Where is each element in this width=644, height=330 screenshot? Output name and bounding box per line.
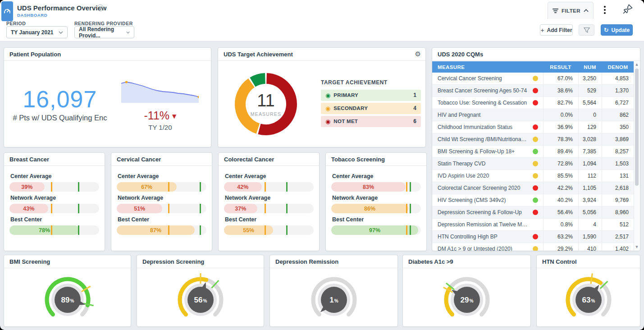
app-logo[interactable] bbox=[1, 1, 13, 21]
table-row-bmi-screening-follow-up-18[interactable]: BMI Screening & Follow-Up 18+89.4%7,3858… bbox=[432, 146, 634, 158]
provider-select[interactable]: All Rendering Provid... bbox=[74, 26, 134, 38]
funnel-icon bbox=[583, 27, 590, 33]
gauge-chart: 56% bbox=[162, 271, 239, 324]
page-title: UDS Performance Overview bbox=[17, 4, 106, 12]
bullet-label-best-center: Best Center bbox=[118, 216, 206, 223]
table-row-childhood-immunization-status[interactable]: Childhood Immunization Status36.9%129350 bbox=[432, 121, 634, 133]
gauge-chart: 29% bbox=[429, 271, 505, 324]
table-row-colorectal-cancer-screening-2020[interactable]: Colorectal Cancer Screening 202042.2%1,1… bbox=[432, 182, 634, 194]
panel-title: Patient Population bbox=[4, 48, 211, 61]
cell-status bbox=[528, 124, 543, 130]
cell-result: 82.7% bbox=[543, 97, 578, 109]
table-row-tobacco-use-screening-cessation[interactable]: Tobacco Use: Screening & Cessation82.7%5… bbox=[432, 97, 634, 109]
bullet-threshold-tick-orange bbox=[51, 204, 52, 213]
cell-measure: HIV and Pregnant bbox=[432, 112, 528, 118]
table-row-statin-therapy-cvd[interactable]: Statin Therapy CVD72.8%1,0941,503 bbox=[432, 158, 634, 170]
cell-status bbox=[528, 246, 543, 251]
legend-item-secondary: ◉SECONDARY4 bbox=[321, 103, 421, 114]
panel-title: UDS 2020 CQMs bbox=[432, 48, 640, 61]
cell-num: 3,028 bbox=[578, 133, 602, 145]
status-dot-red bbox=[533, 234, 538, 239]
bullet-label-network-average: Network Average bbox=[118, 195, 206, 201]
cell-measure: Statin Therapy CVD bbox=[432, 160, 528, 167]
scrollbar-thumb[interactable] bbox=[635, 69, 639, 186]
table-row-ivd-aspirin-use-2020[interactable]: IVD Aspirin Use 202085.5%112131 bbox=[432, 170, 634, 182]
measures-donut-chart: 11 MEASURES bbox=[230, 68, 302, 140]
cell-num: 4 bbox=[578, 219, 602, 230]
cell-num: 1,105 bbox=[578, 182, 602, 194]
legend-item-count: 4 bbox=[413, 105, 416, 111]
table-row-breast-cancer-screening-ages-50-74[interactable]: Breast Cancer Screening Ages 50-7438.6%5… bbox=[432, 85, 634, 97]
legend-item-label: NOT MET bbox=[333, 119, 358, 124]
scroll-up-icon[interactable]: ▲ bbox=[634, 63, 639, 66]
panel-title: Tobacco Screening bbox=[326, 153, 426, 166]
filter-toggle-button[interactable]: FILTER bbox=[548, 2, 594, 19]
status-dot-green bbox=[533, 149, 538, 154]
status-dot-red bbox=[533, 210, 538, 215]
info-icon[interactable]: i bbox=[97, 5, 104, 11]
table-row-child-wt-screening-bmi-nutritional-physical[interactable]: Child Wt Screening /BMI/Nutritional/Phys… bbox=[432, 133, 634, 146]
table-row-depression-remission-at-twelve-months[interactable]: Depression Remission at Twelve Months0.8… bbox=[432, 219, 634, 231]
cell-measure: Child Wt Screening /BMI/Nutritional/Phys… bbox=[432, 136, 528, 142]
panel-depression-screening: Depression Screening56% bbox=[137, 255, 264, 327]
update-button[interactable]: ↻ Update bbox=[601, 24, 633, 36]
cell-num: 0 bbox=[578, 109, 602, 121]
bullet-track: 97% bbox=[331, 225, 421, 235]
pin-button[interactable] bbox=[622, 4, 634, 15]
bullet-track: 39% bbox=[9, 182, 99, 192]
table-row-hiv-and-pregnant[interactable]: HIV and Pregnant0.0%0862 bbox=[432, 109, 634, 121]
add-filter-button[interactable]: + Add Filter bbox=[540, 24, 573, 36]
funnel-filter-button[interactable] bbox=[579, 24, 594, 36]
panel-diabetes-a1c-9: Diabetes A1c >929% bbox=[402, 255, 531, 327]
gauge-htn-control: 63% bbox=[537, 268, 640, 324]
period-select[interactable]: TY January 2021 bbox=[6, 26, 68, 38]
panel-title: BMI Screening bbox=[4, 255, 131, 268]
plus-icon: + bbox=[540, 27, 544, 34]
status-dot-red bbox=[533, 124, 538, 130]
table-row-depression-screening-follow-up[interactable]: Depression Screening & Follow-Up56.4%5,0… bbox=[432, 206, 634, 219]
table-row-cervical-cancer-screening[interactable]: Cervical Cancer Screening67.0%3,2504,853 bbox=[432, 73, 634, 85]
column-header-measure[interactable]: MEASURE bbox=[432, 64, 528, 70]
bullet-track: 87% bbox=[117, 225, 206, 235]
bullet-track: 78% bbox=[9, 225, 99, 235]
table-row-dm-a1c-9-or-untested-2020[interactable]: DM A1c > 9 or Untested (2020)29.2%4101,4… bbox=[432, 243, 634, 251]
panel-title: Colorectal Cancer bbox=[219, 153, 319, 166]
cqm-table: MEASURE RESULT NUM DENOM Cervical Cancer… bbox=[432, 61, 634, 251]
cell-num: 1,094 bbox=[578, 158, 602, 170]
column-header-result[interactable]: RESULT bbox=[543, 64, 578, 70]
bullet-fill: 51% bbox=[117, 204, 162, 213]
table-row-hiv-screening-cms-349v2[interactable]: HIV Screening (CMS 349v2)40.2%3,9249,769 bbox=[432, 194, 634, 206]
panel-title: Cervical Cancer bbox=[111, 153, 212, 166]
legend-item-not-met: ◉NOT MET6 bbox=[321, 116, 421, 127]
bullet-threshold-tick-green bbox=[286, 204, 288, 213]
bullet-body: Center Average83%Network Average86%Best … bbox=[326, 166, 426, 235]
scroll-down-icon[interactable]: ▼ bbox=[634, 245, 639, 249]
bullet-label-center-average: Center Average bbox=[118, 173, 206, 179]
column-header-num[interactable]: NUM bbox=[578, 64, 602, 70]
bullet-threshold-tick-orange bbox=[265, 204, 266, 213]
bullet-label-center-average: Center Average bbox=[10, 173, 99, 179]
status-dot-yellow bbox=[533, 76, 538, 81]
panel-breast-cancer: Breast CancerCenter Average39%Network Av… bbox=[4, 152, 105, 251]
cell-measure: Tobacco Use: Screening & Cessation bbox=[432, 100, 528, 106]
cell-measure: Depression Screening & Follow-Up bbox=[432, 209, 528, 215]
column-header-denom[interactable]: DENOM bbox=[602, 64, 634, 70]
more-options-button[interactable] bbox=[601, 5, 609, 15]
gauge-diabetes-a1c-9: 29% bbox=[403, 268, 530, 324]
bullet-threshold-tick-green bbox=[200, 225, 201, 235]
cell-measure: HIV Screening (CMS 349v2) bbox=[432, 197, 528, 203]
gear-icon[interactable]: ⚙ bbox=[415, 48, 421, 61]
panel-patient-population: Patient Population 16,097 # Pts w/ UDS Q… bbox=[4, 47, 211, 147]
table-scrollbar[interactable]: ▲ ▼ bbox=[634, 61, 639, 250]
bullet-label-center-average: Center Average bbox=[225, 173, 314, 179]
table-row-htn-controlling-high-bp[interactable]: HTN Controlling High BP63.2%1,5902,517 bbox=[432, 231, 634, 243]
cell-denom: 1,503 bbox=[602, 158, 634, 170]
status-dot-green bbox=[533, 197, 538, 203]
status-dot-red bbox=[533, 185, 538, 191]
cell-status bbox=[528, 100, 543, 105]
legend-item-label: PRIMARY bbox=[333, 92, 358, 98]
bullet-threshold-tick-green bbox=[78, 225, 79, 235]
bullet-fill: 42% bbox=[224, 182, 262, 192]
status-dot-yellow bbox=[533, 246, 538, 251]
panel-colorectal-cancer: Colorectal CancerCenter Average42%Networ… bbox=[218, 152, 320, 251]
